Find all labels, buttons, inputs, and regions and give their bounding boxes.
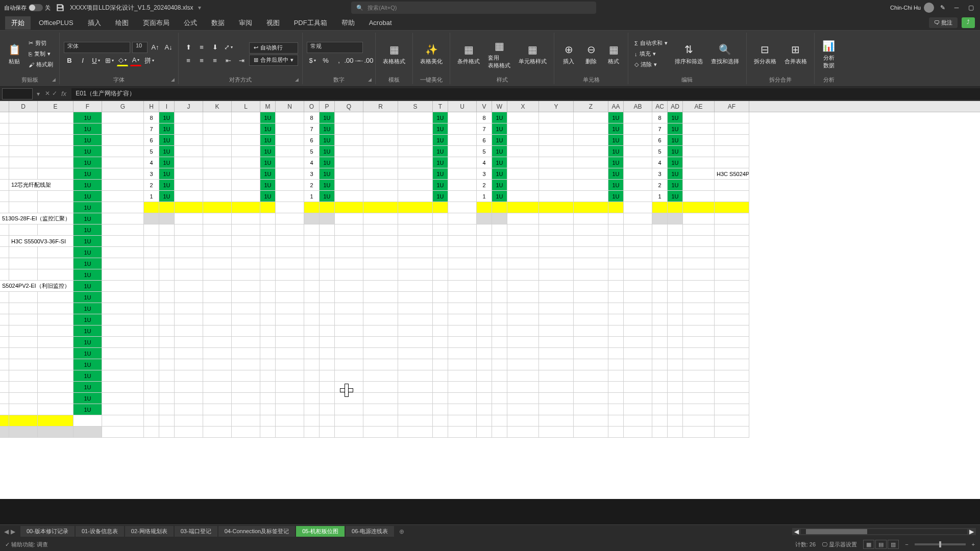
cell[interactable] [477, 314, 492, 325]
cell[interactable] [363, 236, 398, 247]
cell[interactable] [9, 382, 38, 393]
cell[interactable] [232, 325, 260, 337]
cell[interactable] [335, 202, 363, 213]
cell[interactable] [398, 202, 433, 213]
cell[interactable] [652, 382, 668, 393]
cell[interactable] [0, 292, 9, 303]
analyze-data-button[interactable]: 📊分析 数据 [819, 37, 839, 71]
cell[interactable] [683, 393, 715, 404]
cell[interactable] [433, 415, 448, 427]
cell[interactable] [539, 135, 574, 146]
cell[interactable] [0, 314, 9, 325]
cell[interactable] [9, 314, 38, 325]
cell[interactable]: 1U [260, 123, 276, 135]
cell[interactable] [492, 393, 507, 404]
clear-button[interactable]: ◇ 清除 ▾ [632, 60, 670, 69]
cell[interactable]: 1U [608, 157, 624, 168]
cell[interactable] [398, 236, 433, 247]
cell[interactable] [9, 224, 38, 236]
cell[interactable] [477, 202, 492, 213]
cell[interactable] [433, 359, 448, 370]
cancel-formula-button[interactable]: ✕ [45, 90, 50, 97]
cell[interactable] [260, 359, 276, 370]
cell[interactable]: 1U [74, 314, 102, 325]
cell[interactable] [683, 224, 715, 236]
cell[interactable]: 1U [260, 168, 276, 180]
cell[interactable] [507, 337, 539, 348]
cell[interactable] [276, 258, 304, 269]
cell[interactable] [539, 224, 574, 236]
orientation-button[interactable]: ⤢ [223, 42, 234, 53]
merge-table-button[interactable]: ⊞合并表格 [781, 40, 810, 67]
sheet-tab[interactable]: 02-网络规划表 [125, 526, 174, 537]
cell[interactable] [232, 112, 260, 123]
cell[interactable] [276, 292, 304, 303]
cell[interactable] [335, 224, 363, 236]
cell[interactable]: 1U [74, 303, 102, 314]
cell[interactable] [539, 427, 574, 438]
cell[interactable] [335, 281, 363, 292]
cell[interactable] [102, 258, 144, 269]
column-header[interactable]: AF [715, 101, 749, 112]
cell[interactable] [203, 213, 232, 224]
decrease-decimal-button[interactable]: ←.00 [360, 55, 371, 66]
cell[interactable]: 1U [74, 236, 102, 247]
cell[interactable] [683, 180, 715, 191]
name-box[interactable] [2, 88, 33, 99]
cell[interactable] [715, 281, 749, 292]
cell[interactable] [175, 393, 203, 404]
split-table-button[interactable]: ⊟拆分表格 [751, 40, 779, 67]
cell[interactable]: 12芯光纤配线架 [9, 180, 74, 191]
cell[interactable] [507, 168, 539, 180]
cell[interactable] [175, 146, 203, 157]
cell[interactable] [9, 348, 38, 359]
cell[interactable]: 4 [652, 157, 668, 168]
cell[interactable] [38, 269, 74, 281]
cell[interactable] [203, 382, 232, 393]
cell[interactable] [433, 224, 448, 236]
cell[interactable] [683, 202, 715, 213]
cell[interactable] [652, 370, 668, 382]
cell[interactable]: 1U [492, 180, 507, 191]
cell[interactable] [102, 247, 144, 258]
cell[interactable] [507, 382, 539, 393]
cell[interactable] [38, 146, 74, 157]
cell[interactable] [102, 202, 144, 213]
cell[interactable] [159, 427, 175, 438]
cell[interactable] [477, 258, 492, 269]
tab-view[interactable]: 视图 [260, 16, 286, 30]
cell[interactable] [608, 247, 624, 258]
delete-cells-button[interactable]: ⊖删除 [581, 40, 601, 67]
cell[interactable] [539, 393, 574, 404]
cell[interactable] [608, 202, 624, 213]
cell[interactable] [276, 314, 304, 325]
cell[interactable] [574, 393, 608, 404]
cell[interactable] [0, 191, 9, 202]
cell[interactable] [304, 359, 320, 370]
cell[interactable]: 1U [159, 168, 175, 180]
tab-pagelayout[interactable]: 页面布局 [137, 16, 176, 30]
cell[interactable] [102, 180, 144, 191]
cell[interactable] [539, 292, 574, 303]
cell[interactable]: 1U [159, 180, 175, 191]
cell[interactable]: 1U [433, 146, 448, 157]
cell[interactable]: 1U [74, 224, 102, 236]
cell[interactable] [608, 393, 624, 404]
cell[interactable] [38, 191, 74, 202]
cell[interactable]: H3C S5500V3-36F-SI [9, 236, 74, 247]
autosum-button[interactable]: Σ 自动求和 ▾ [632, 38, 670, 48]
cell[interactable] [574, 135, 608, 146]
cell[interactable] [276, 269, 304, 281]
cell[interactable] [683, 292, 715, 303]
cell[interactable] [38, 337, 74, 348]
tab-officeplus[interactable]: OfficePLUS [33, 17, 80, 29]
cell[interactable] [624, 168, 652, 180]
cell[interactable] [683, 236, 715, 247]
cell[interactable]: 1U [74, 191, 102, 202]
minimize-button[interactable]: ─ [951, 3, 962, 13]
cell[interactable] [260, 224, 276, 236]
cell[interactable] [0, 224, 9, 236]
cell[interactable] [232, 348, 260, 359]
cell[interactable] [574, 157, 608, 168]
cell[interactable] [276, 213, 304, 224]
